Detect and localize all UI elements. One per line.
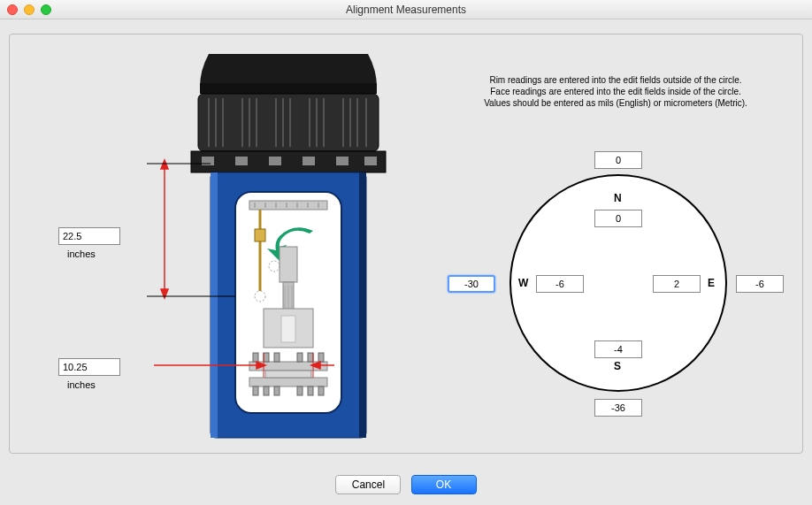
svg-marker-64 [161,160,168,169]
instructions-text: Rim readings are entered into the edit f… [452,74,779,109]
instructions-line: Rim readings are entered into the edit f… [452,74,779,86]
svg-rect-22 [303,157,315,165]
svg-rect-0 [200,83,377,94]
cancel-button[interactable]: Cancel [335,475,401,494]
svg-rect-61 [318,386,324,395]
close-icon[interactable] [7,4,18,15]
instructions-line: Face readings are entered into the edit … [452,86,779,97]
button-row: Cancel OK [0,475,812,494]
rim-n-input[interactable] [594,151,642,169]
compass-label-s: S [614,360,621,372]
svg-rect-27 [359,172,366,438]
svg-rect-23 [336,157,349,165]
ok-button[interactable]: OK [411,475,477,494]
machine-illustration-area: inches inches [58,43,395,446]
svg-rect-18 [191,151,386,172]
dimension-top-unit: inches [67,249,96,259]
svg-rect-47 [281,316,295,342]
svg-rect-41 [280,247,297,282]
svg-rect-38 [255,229,265,241]
svg-rect-1 [198,94,379,151]
svg-rect-52 [297,353,303,362]
svg-rect-24 [364,157,377,165]
svg-rect-21 [269,157,281,165]
zoom-icon[interactable] [41,4,51,15]
svg-rect-55 [249,378,327,386]
svg-rect-53 [308,353,313,362]
window-controls [7,4,51,15]
main-panel: inches inches Rim readings are entered i… [9,34,803,454]
window-title: Alignment Measurements [346,4,466,16]
svg-rect-62 [265,371,311,378]
face-e-input[interactable] [653,275,701,293]
rim-w-input[interactable] [448,275,495,293]
face-s-input[interactable] [594,340,642,358]
rim-e-input[interactable] [736,275,784,293]
compass-label-w: W [518,277,528,289]
compass-area: N S W E [430,141,801,450]
svg-rect-54 [318,353,324,362]
svg-rect-60 [308,386,313,395]
dimension-bottom-unit: inches [67,379,96,390]
svg-rect-59 [297,386,303,395]
instructions-line: Values should be entered as mils (Englis… [452,97,779,109]
svg-rect-26 [211,172,218,438]
svg-rect-49 [253,353,258,362]
compass-label-n: N [614,192,622,204]
titlebar: Alignment Measurements [0,0,812,19]
compass-label-e: E [708,277,715,289]
rim-s-input[interactable] [594,399,642,417]
svg-rect-58 [274,386,280,395]
svg-rect-57 [264,386,269,395]
dimension-bottom-input[interactable] [58,358,120,376]
svg-rect-51 [274,353,280,362]
svg-rect-56 [253,386,258,395]
dimension-top-input[interactable] [58,227,120,245]
svg-rect-50 [264,353,269,362]
svg-rect-20 [235,157,248,165]
face-w-input[interactable] [536,275,584,293]
face-n-input[interactable] [594,210,642,227]
minimize-icon[interactable] [24,4,34,15]
svg-rect-29 [249,201,327,210]
